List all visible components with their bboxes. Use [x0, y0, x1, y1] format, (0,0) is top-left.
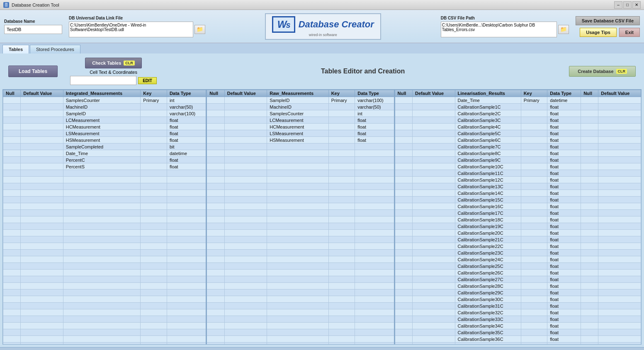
rm-null [207, 203, 224, 210]
im-key [141, 177, 167, 183]
im-default [21, 289, 63, 296]
lr-null2 [581, 210, 598, 216]
lr-null2 [581, 124, 598, 130]
maximize-button[interactable]: □ [623, 1, 632, 9]
lr-null2 [581, 329, 598, 336]
lr-key [521, 283, 547, 289]
rm-datatype [355, 276, 394, 283]
db-link-browse-button[interactable]: 📁 [194, 25, 205, 34]
create-database-button[interactable]: Create Database CLR [569, 66, 636, 77]
im-key [141, 329, 167, 336]
im-default [21, 309, 63, 316]
edit-button[interactable]: EDIT [138, 77, 157, 84]
tab-tables[interactable]: Tables [2, 45, 29, 53]
grid-container[interactable]: Null Default Value Integrated_Measuremen… [2, 89, 642, 345]
im-null [3, 130, 21, 137]
lr-default2 [598, 270, 641, 276]
im-null [3, 197, 21, 203]
im-null [3, 283, 21, 289]
lr-default2 [598, 343, 641, 345]
im-field [63, 210, 141, 216]
im-null [3, 230, 21, 236]
rm-datatype [355, 283, 394, 289]
rm-default [224, 216, 267, 223]
rm-field: SampleID [267, 97, 328, 104]
lr-null2 [581, 117, 598, 124]
minimize-button[interactable]: – [614, 1, 622, 9]
lr-datatype: float [547, 329, 581, 336]
im-null [3, 336, 21, 343]
im-field [63, 296, 141, 303]
im-null [3, 236, 21, 243]
im-null [3, 296, 21, 303]
logo-box: Ws Database Creator wired-in software [265, 13, 381, 40]
col-im-key: Key [141, 90, 167, 97]
col-im-default: Default Value [21, 90, 63, 97]
im-datatype: float [167, 130, 206, 137]
im-null [3, 143, 21, 150]
im-field [63, 336, 141, 343]
lr-field: CalibrationSample12C [455, 177, 521, 183]
im-key [141, 223, 167, 230]
db-link-input[interactable]: C:\Users\KimBentley\OneDrive - Wired-in … [69, 22, 193, 37]
im-field: SampleCompleted [63, 143, 141, 150]
save-csv-button[interactable]: Save Database CSV File [576, 16, 640, 25]
im-field: Date_Time [63, 150, 141, 157]
im-default [21, 276, 63, 283]
check-clr-badge: CLR [124, 61, 135, 66]
rm-field [267, 210, 328, 216]
im-datatype [167, 190, 206, 197]
im-default [21, 183, 63, 190]
table-row: CalibrationSample15C float [3, 197, 641, 203]
rm-datatype [355, 329, 394, 336]
db-name-input[interactable] [4, 25, 62, 34]
rm-null [207, 177, 224, 183]
usage-tips-button[interactable]: Usage Tips [580, 28, 617, 37]
im-field [63, 183, 141, 190]
rm-default [224, 296, 267, 303]
rm-null [207, 130, 224, 137]
csv-path-browse-button[interactable]: 📁 [558, 25, 569, 34]
lr-datatype: float [547, 143, 581, 150]
im-default [21, 197, 63, 203]
rm-null [207, 110, 224, 117]
table-row: CalibrationSample18C float [3, 216, 641, 223]
lr-key [521, 263, 547, 270]
rm-null [207, 157, 224, 163]
lr-null2 [581, 203, 598, 210]
im-key [141, 110, 167, 117]
im-field [63, 223, 141, 230]
lr-key: Primary [521, 97, 547, 104]
im-null [3, 117, 21, 124]
rm-default [224, 236, 267, 243]
csv-path-input[interactable]: C:\Users\KimBentle...\Desktop\Carbon Sul… [441, 22, 557, 37]
lr-key [521, 137, 547, 143]
rm-null [207, 97, 224, 104]
table-row: CalibrationSample19C float [3, 223, 641, 230]
lr-default2 [598, 329, 641, 336]
rm-key [328, 296, 355, 303]
rm-key [328, 316, 355, 323]
window-controls: – □ ✕ [614, 1, 641, 9]
lr-datatype: float [547, 296, 581, 303]
lr-default2 [598, 117, 641, 124]
load-tables-button[interactable]: Load Tables [8, 66, 58, 77]
lr-default [413, 117, 455, 124]
lr-field: CalibrationSample18C [455, 216, 521, 223]
lr-key [521, 296, 547, 303]
lr-key [521, 130, 547, 137]
lr-key [521, 216, 547, 223]
check-tables-button[interactable]: Check Tables CLR [85, 58, 142, 68]
cell-text-input[interactable] [70, 76, 136, 85]
db-name-label: Database Name [4, 19, 62, 24]
status-bar [0, 347, 644, 350]
lr-default [413, 230, 455, 236]
lr-field: CalibrationSample19C [455, 223, 521, 230]
im-default [21, 323, 63, 329]
exit-button[interactable]: Exit [619, 28, 640, 37]
rm-datatype [355, 216, 394, 223]
lr-key [521, 276, 547, 283]
tab-stored-procedures[interactable]: Stored Procedures [30, 45, 80, 53]
lr-default [413, 289, 455, 296]
close-button[interactable]: ✕ [632, 1, 641, 9]
